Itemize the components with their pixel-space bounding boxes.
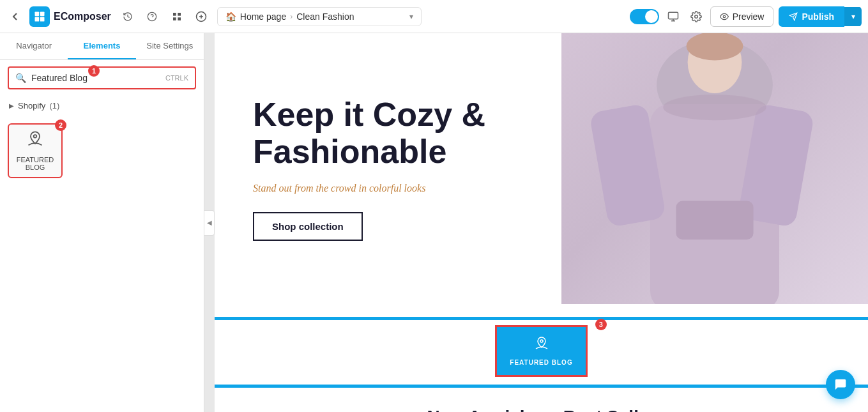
featured-blog-section: FEATURED BLOG 3 [215, 304, 868, 388]
tab-best-seller[interactable]: Best Seller [563, 407, 656, 412]
chat-bubble[interactable] [826, 370, 855, 399]
elements-grid: FEATURED BLOG 2 [0, 116, 204, 186]
preview-label: Preview [733, 11, 765, 22]
topbar-left: EComposer [6, 6, 161, 27]
collapse-sidebar-button[interactable]: ◀ [204, 210, 215, 236]
svg-rect-0 [35, 11, 40, 16]
breadcrumb-separator: › [290, 12, 293, 21]
sidebar-tabs: Navigator Elements Site Settings [0, 33, 204, 60]
back-button[interactable] [6, 8, 24, 26]
step-badge-1: 1 [88, 65, 100, 77]
publish-dropdown-button[interactable]: ▾ [844, 7, 862, 26]
svg-rect-1 [40, 11, 45, 16]
breadcrumb-home: Home page [240, 11, 286, 22]
logo-icon [29, 6, 50, 27]
search-shortcut: CTRLK [165, 74, 188, 82]
preview-toggle[interactable] [630, 9, 659, 24]
breadcrumb-page: Clean Fashion [296, 11, 354, 22]
tab-navigator[interactable]: Navigator [0, 33, 68, 59]
featured-blog-icon [26, 130, 44, 152]
step-badge-2: 2 [55, 119, 66, 131]
step-badge-3: 3 [595, 319, 607, 330]
featured-blog-widget-icon [534, 336, 549, 355]
tabs-section: New Arrvial Best Seller [215, 388, 868, 412]
search-box[interactable]: 🔍 CTRLK [8, 66, 196, 89]
canvas-content: Keep it Cozy & Fashionable Stand out fro… [215, 33, 868, 412]
shopify-label: Shopify [18, 101, 45, 111]
featured-blog-card[interactable]: FEATURED BLOG 2 [8, 123, 63, 178]
svg-rect-9 [178, 17, 181, 20]
tab-new-arrival[interactable]: New Arrvial [427, 407, 525, 412]
monitor-icon[interactable] [664, 8, 682, 26]
svg-rect-28 [676, 201, 753, 240]
svg-point-30 [540, 340, 543, 342]
svg-point-16 [694, 15, 697, 18]
featured-blog-label: FEATURED BLOG [9, 156, 61, 171]
hero-subtitle: Stand out from the crowd in colorful loo… [253, 183, 536, 194]
shop-collection-button[interactable]: Shop collection [253, 212, 363, 241]
breadcrumb-chevron-icon: ▾ [409, 12, 413, 21]
topbar: EComposer 🏠 Home page › Clean Fashion ▾ [0, 0, 868, 33]
shopify-count: (1) [49, 101, 59, 111]
svg-point-17 [723, 15, 726, 18]
svg-rect-8 [173, 17, 176, 20]
shopify-header[interactable]: ▶ Shopify (1) [9, 101, 195, 111]
preview-button[interactable]: Preview [710, 6, 774, 27]
canvas-area: ◀ Keep it Cozy & Fashionable Stand out f… [204, 33, 868, 412]
toggle-area [630, 9, 659, 24]
grid-view-button[interactable] [166, 6, 188, 27]
help-icon[interactable] [143, 8, 161, 26]
svg-point-24 [687, 33, 743, 60]
breadcrumb[interactable]: 🏠 Home page › Clean Fashion ▾ [217, 7, 422, 26]
publish-btn-group: Publish ▾ [779, 6, 862, 27]
hero-text-side: Keep it Cozy & Fashionable Stand out fro… [215, 33, 561, 304]
publish-label: Publish [802, 11, 834, 22]
featured-blog-widget: FEATURED BLOG 3 [495, 325, 587, 377]
history-icon[interactable] [119, 8, 137, 26]
toolbar-grid [166, 6, 212, 27]
svg-rect-6 [173, 13, 176, 16]
main-layout: Navigator Elements Site Settings 🔍 CTRLK… [0, 33, 868, 412]
hero-title: Keep it Cozy & Fashionable [253, 96, 536, 169]
add-element-button[interactable] [190, 6, 212, 27]
svg-rect-2 [35, 17, 40, 21]
app-name: EComposer [54, 11, 111, 22]
featured-blog-element[interactable]: FEATURED BLOG [495, 325, 587, 377]
search-icon: 🔍 [15, 73, 26, 83]
tab-elements[interactable]: Elements [68, 33, 135, 59]
svg-rect-3 [40, 17, 45, 21]
hero-image-svg [561, 33, 868, 304]
publish-button[interactable]: Publish [779, 6, 844, 27]
teal-line-bottom [215, 385, 868, 388]
hero-section: Keep it Cozy & Fashionable Stand out fro… [215, 33, 868, 304]
logo-area: EComposer [29, 6, 111, 27]
search-area: 🔍 CTRLK 1 [0, 60, 204, 96]
settings-icon[interactable] [687, 8, 705, 26]
topbar-right: Preview Publish ▾ [664, 6, 862, 27]
toggle-knob [645, 10, 658, 23]
tab-site-settings[interactable]: Site Settings [136, 33, 204, 59]
sidebar: Navigator Elements Site Settings 🔍 CTRLK… [0, 33, 204, 412]
svg-rect-7 [178, 13, 181, 16]
hero-image [561, 33, 868, 304]
shopify-section: ▶ Shopify (1) [0, 96, 204, 116]
svg-rect-13 [668, 12, 678, 19]
svg-point-29 [663, 95, 766, 120]
featured-blog-widget-label: FEATURED BLOG [510, 359, 572, 366]
svg-point-20 [34, 135, 37, 138]
topbar-icons [119, 8, 161, 26]
chevron-right-icon: ▶ [9, 102, 14, 109]
home-icon: 🏠 [225, 11, 236, 22]
